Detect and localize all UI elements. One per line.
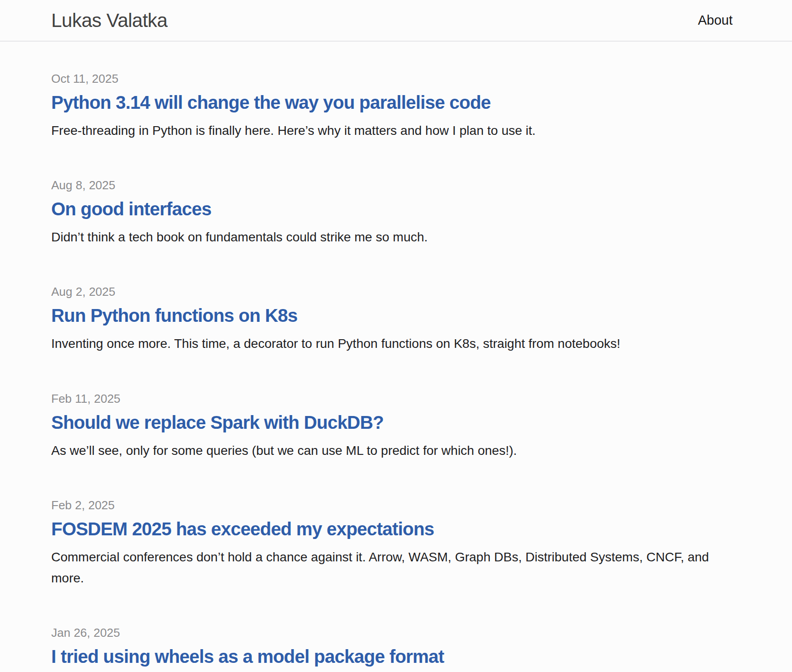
post-title-link[interactable]: Should we replace Spark with DuckDB? [51, 412, 384, 432]
post-item: Oct 11, 2025 Python 3.14 will change the… [51, 73, 741, 141]
post-date: Jan 26, 2025 [51, 627, 741, 639]
post-description: Inventing once more. This time, a decora… [51, 333, 719, 354]
post-description: Didn’t think a tech book on fundamentals… [51, 227, 719, 248]
post-description: Free-threading in Python is finally here… [51, 120, 719, 141]
site-header: Lukas Valatka About [0, 0, 792, 42]
post-title-link[interactable]: On good interfaces [51, 199, 211, 219]
post-description: As we’ll see, only for some queries (but… [51, 440, 719, 461]
post-title-link[interactable]: Run Python functions on K8s [51, 305, 297, 325]
post-item: Aug 8, 2025 On good interfaces Didn’t th… [51, 179, 741, 248]
post-list: Oct 11, 2025 Python 3.14 will change the… [0, 42, 792, 667]
post-item: Jan 26, 2025 I tried using wheels as a m… [51, 627, 741, 667]
nav-about-link[interactable]: About [698, 13, 733, 27]
post-item: Aug 2, 2025 Run Python functions on K8s … [51, 286, 741, 354]
post-date: Oct 11, 2025 [51, 73, 741, 85]
post-description: Commercial conferences don’t hold a chan… [51, 547, 719, 589]
post-title-link[interactable]: I tried using wheels as a model package … [51, 646, 444, 667]
post-date: Aug 8, 2025 [51, 179, 741, 191]
post-date: Feb 2, 2025 [51, 499, 741, 511]
post-date: Aug 2, 2025 [51, 286, 741, 298]
post-title-link[interactable]: FOSDEM 2025 has exceeded my expectations [51, 519, 434, 539]
blog-homepage: Lukas Valatka About Oct 11, 2025 Python … [0, 0, 792, 672]
post-title: On good interfaces [51, 198, 741, 219]
post-item: Feb 11, 2025 Should we replace Spark wit… [51, 393, 741, 461]
post-title: FOSDEM 2025 has exceeded my expectations [51, 518, 741, 539]
post-title: Python 3.14 will change the way you para… [51, 92, 741, 113]
post-title: I tried using wheels as a model package … [51, 646, 741, 667]
post-title: Run Python functions on K8s [51, 305, 741, 326]
post-title-link[interactable]: Python 3.14 will change the way you para… [51, 92, 491, 112]
post-date: Feb 11, 2025 [51, 393, 741, 405]
post-item: Feb 2, 2025 FOSDEM 2025 has exceeded my … [51, 499, 741, 589]
post-title: Should we replace Spark with DuckDB? [51, 412, 741, 433]
header-nav: About [698, 13, 733, 28]
site-title-link[interactable]: Lukas Valatka [51, 10, 167, 32]
